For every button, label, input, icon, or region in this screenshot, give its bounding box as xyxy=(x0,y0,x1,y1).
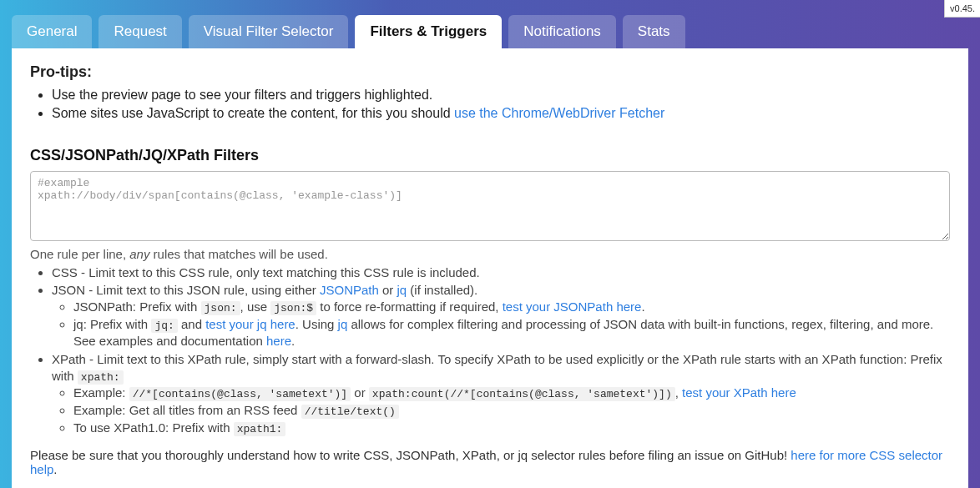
rule-text: To use XPath1.0: Prefix with xyxy=(73,420,234,435)
jsonpath-link[interactable]: JSONPath xyxy=(320,283,379,297)
rule-css: CSS - Limit text to this CSS rule, only … xyxy=(52,264,950,281)
code-xpath-ex2: xpath:count(//*[contains(@class, 'samete… xyxy=(369,387,675,401)
protips-heading: Pro-tips: xyxy=(30,63,950,81)
tab-filters-triggers[interactable]: Filters & Triggers xyxy=(355,15,502,48)
hint-text: rules that matches will be used. xyxy=(149,247,327,261)
rule-text: , xyxy=(675,385,682,400)
jq-link[interactable]: jq xyxy=(397,283,407,297)
code-json-prefix: json: xyxy=(201,301,240,315)
tab-stats[interactable]: Stats xyxy=(623,15,685,48)
filters-textarea[interactable] xyxy=(30,171,950,241)
tab-notifications[interactable]: Notifications xyxy=(508,15,616,48)
rule-text: JSON - Limit text to this JSON rule, usi… xyxy=(52,283,320,297)
code-xpath1-prefix: xpath1: xyxy=(234,422,286,436)
main-panel: Pro-tips: Use the preview page to see yo… xyxy=(12,48,968,488)
rule-text: , use xyxy=(240,299,271,314)
code-json-dollar: json:$ xyxy=(270,301,316,315)
rule-text: or xyxy=(351,385,369,400)
footer-text: Please be sure that you thoroughly under… xyxy=(30,448,791,462)
protips-list: Use the preview page to see your filters… xyxy=(30,86,950,123)
tab-visual-filter-selector[interactable]: Visual Filter Selector xyxy=(189,15,349,48)
hint-em: any xyxy=(129,247,149,261)
protip-text: Some sites use JavaScript to create the … xyxy=(52,106,454,120)
rule-text: and xyxy=(178,317,205,331)
rule-text: . xyxy=(641,299,644,314)
rule-text: JSONPath: Prefix with xyxy=(73,299,201,314)
rule-text: (if installed). xyxy=(407,283,477,297)
rule-text: . Using xyxy=(296,317,338,331)
test-xpath-link[interactable]: test your XPath here xyxy=(682,385,796,400)
rule-text: Example: Get all titles from an RSS feed xyxy=(73,403,301,417)
version-badge: v0.45. xyxy=(944,0,980,18)
jq-docs-link[interactable]: here xyxy=(266,334,291,348)
rule-text: jq: Prefix with xyxy=(73,317,151,331)
tab-bar: General Request Visual Filter Selector F… xyxy=(0,0,980,48)
rule-xpath-example: Example: //*[contains(@class, 'sametext'… xyxy=(73,385,950,402)
rule-text: to force re-formatting if required, xyxy=(316,299,503,314)
filters-heading: CSS/JSONPath/JQ/XPath Filters xyxy=(30,147,950,164)
code-xpath-ex1: //*[contains(@class, 'sametext')] xyxy=(129,387,351,401)
footer-text: . xyxy=(53,462,57,476)
rule-text: . xyxy=(291,334,295,348)
footer-note: Please be sure that you thoroughly under… xyxy=(30,448,950,476)
jq-link-2[interactable]: jq xyxy=(338,317,348,331)
code-jq-prefix: jq: xyxy=(151,319,177,333)
protip-item: Some sites use JavaScript to create the … xyxy=(52,104,950,123)
rule-text: or xyxy=(379,283,397,297)
chrome-fetcher-link[interactable]: use the Chrome/WebDriver Fetcher xyxy=(454,106,664,120)
rules-list: CSS - Limit text to this CSS rule, only … xyxy=(30,264,950,436)
code-xpath-rss: //title/text() xyxy=(301,405,399,419)
rule-xpath: XPath - Limit text to this XPath rule, s… xyxy=(52,351,950,436)
filters-hint: One rule per line, any rules that matche… xyxy=(30,247,950,261)
test-jq-link[interactable]: test your jq here xyxy=(205,317,296,331)
rule-jsonpath-sub: JSONPath: Prefix with json:, use json:$ … xyxy=(73,299,950,316)
tab-request[interactable]: Request xyxy=(99,15,181,48)
code-xpath-prefix: xpath: xyxy=(78,370,124,385)
test-jsonpath-link[interactable]: test your JSONPath here xyxy=(503,299,642,314)
rule-jq-sub: jq: Prefix with jq: and test your jq her… xyxy=(73,316,950,350)
rule-xpath1: To use XPath1.0: Prefix with xpath1: xyxy=(73,420,950,437)
rule-text: Example: xyxy=(73,385,129,400)
rule-text: XPath - Limit text to this XPath rule, s… xyxy=(52,352,942,383)
protip-item: Use the preview page to see your filters… xyxy=(52,86,950,104)
hint-text: One rule per line, xyxy=(30,247,129,261)
rule-json: JSON - Limit text to this JSON rule, usi… xyxy=(52,282,950,350)
tab-general[interactable]: General xyxy=(12,15,92,48)
rule-xpath-rss: Example: Get all titles from an RSS feed… xyxy=(73,402,950,420)
